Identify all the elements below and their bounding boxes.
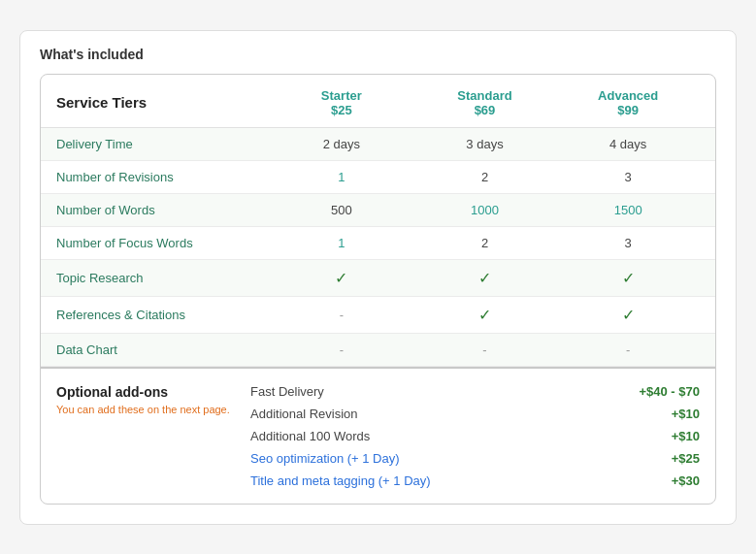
row-cell: 4 days — [556, 137, 700, 151]
table-body: Delivery Time2 days3 days4 daysNumber of… — [41, 128, 715, 367]
check-icon: ✓ — [478, 270, 491, 286]
tier-advanced-price: $99 — [556, 103, 700, 117]
table-row: Data Chart--- — [41, 334, 715, 367]
table-row: Delivery Time2 days3 days4 days — [41, 128, 715, 161]
table-row: Number of Revisions123 — [41, 161, 715, 194]
row-cell: 1 — [270, 170, 413, 184]
table-row: Number of Words50010001500 — [41, 194, 715, 227]
section-title: What's included — [40, 47, 716, 62]
addon-item: Seo optimization (+ 1 Day)+$25 — [250, 451, 700, 466]
addon-name: Seo optimization (+ 1 Day) — [250, 451, 400, 466]
addon-name: Additional 100 Words — [250, 429, 370, 443]
what-included-container: What's included Service Tiers Starter $2… — [19, 30, 737, 525]
check-icon: ✓ — [622, 307, 635, 323]
tier-standard: Standard $69 — [413, 88, 557, 117]
addons-list: Fast Delivery+$40 - $70Additional Revisi… — [250, 384, 700, 488]
row-label: Number of Words — [56, 203, 270, 217]
addon-name: Additional Revision — [250, 407, 358, 421]
row-label: Number of Focus Words — [56, 236, 270, 250]
addon-item: Title and meta tagging (+ 1 Day)+$30 — [250, 473, 700, 488]
row-cell: ✓ — [270, 269, 413, 287]
addons-title: Optional add-ons — [56, 384, 239, 400]
main-card: Service Tiers Starter $25 Standard $69 A… — [40, 74, 716, 505]
addon-name: Fast Delivery — [250, 384, 324, 399]
addon-item: Additional Revision+$10 — [250, 407, 700, 421]
tier-advanced-name: Advanced — [556, 88, 700, 103]
row-cell: 3 — [556, 170, 700, 184]
addon-name: Title and meta tagging (+ 1 Day) — [250, 473, 431, 488]
row-cell: 3 — [556, 236, 700, 250]
row-label: Data Chart — [56, 342, 270, 357]
dash-icon: - — [340, 342, 344, 357]
row-cell: ✓ — [556, 269, 700, 287]
row-cell: 1 — [270, 236, 413, 250]
table-row: Number of Focus Words123 — [41, 227, 715, 260]
row-cell: ✓ — [413, 269, 557, 287]
row-cell: ✓ — [413, 306, 557, 324]
addon-price: +$10 — [672, 407, 700, 421]
tiers-header: Service Tiers Starter $25 Standard $69 A… — [41, 75, 715, 128]
addons-section: Optional add-ons You can add these on th… — [41, 369, 715, 504]
table-row: Topic Research✓✓✓ — [41, 260, 715, 297]
row-cell: - — [270, 308, 413, 322]
tier-starter-price: $25 — [270, 103, 413, 117]
row-cell: - — [413, 342, 557, 357]
row-cell: 3 days — [413, 137, 557, 151]
dash-icon: - — [626, 342, 630, 357]
addon-item: Additional 100 Words+$10 — [250, 429, 700, 443]
tier-starter: Starter $25 — [270, 88, 413, 117]
check-icon: ✓ — [335, 270, 347, 286]
row-cell: 1500 — [556, 203, 700, 217]
tier-advanced: Advanced $99 — [556, 88, 700, 117]
dash-icon: - — [482, 342, 486, 357]
row-label: References & Citations — [56, 308, 270, 322]
table-row: References & Citations-✓✓ — [41, 297, 715, 334]
addon-item: Fast Delivery+$40 - $70 — [250, 384, 700, 399]
row-cell: - — [270, 342, 413, 357]
row-cell: 1000 — [413, 203, 557, 217]
row-label: Topic Research — [56, 271, 270, 285]
addon-price: +$25 — [672, 451, 700, 466]
row-cell: ✓ — [556, 306, 700, 324]
row-label: Number of Revisions — [56, 170, 270, 184]
dash-icon: - — [340, 308, 344, 322]
check-icon: ✓ — [622, 270, 635, 286]
check-icon: ✓ — [478, 307, 491, 323]
addons-left: Optional add-ons You can add these on th… — [56, 384, 250, 488]
addon-price: +$40 - $70 — [639, 384, 700, 399]
row-label: Delivery Time — [56, 137, 270, 151]
tier-standard-price: $69 — [413, 103, 557, 117]
row-cell: 2 days — [270, 137, 413, 151]
addon-price: +$10 — [672, 429, 700, 443]
tier-starter-name: Starter — [270, 88, 413, 103]
row-cell: 2 — [413, 170, 557, 184]
row-cell: 500 — [270, 203, 413, 217]
row-cell: - — [556, 342, 700, 357]
addon-price: +$30 — [672, 473, 700, 488]
tier-standard-name: Standard — [413, 88, 557, 103]
row-cell: 2 — [413, 236, 557, 250]
service-tiers-label: Service Tiers — [56, 94, 270, 111]
addons-subtitle: You can add these on the next page. — [56, 404, 239, 415]
